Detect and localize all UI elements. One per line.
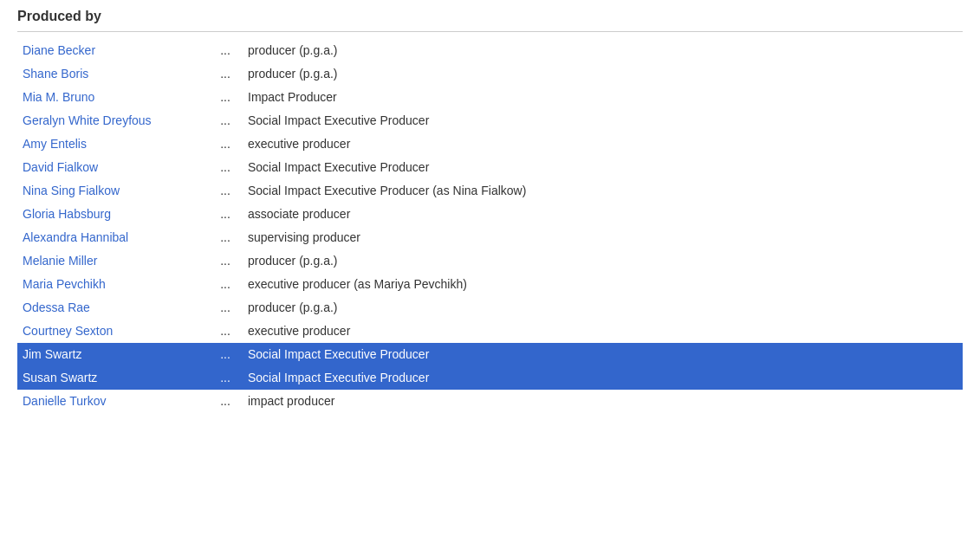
dots-cell: ...	[208, 39, 243, 62]
name-cell: Nina Sing Fialkow	[17, 179, 208, 203]
table-row: Courtney Sexton...executive producer	[17, 320, 963, 343]
table-row: Odessa Rae...producer (p.g.a.)	[17, 296, 963, 320]
dots-cell: ...	[208, 132, 243, 156]
table-row: Melanie Miller...producer (p.g.a.)	[17, 249, 963, 273]
name-cell: Susan Swartz	[17, 366, 208, 390]
name-cell: Melanie Miller	[17, 249, 208, 273]
role-cell: producer (p.g.a.)	[243, 296, 963, 320]
name-cell: Courtney Sexton	[17, 320, 208, 343]
dots-cell: ...	[208, 343, 243, 366]
table-row: Geralyn White Dreyfous...Social Impact E…	[17, 109, 963, 132]
table-row: Amy Entelis...executive producer	[17, 132, 963, 156]
name-cell: Jim Swartz	[17, 343, 208, 366]
name-link[interactable]: Odessa Rae	[23, 300, 90, 314]
section-title: Produced by	[17, 9, 963, 32]
table-row: Diane Becker...producer (p.g.a.)	[17, 39, 963, 62]
name-cell: Diane Becker	[17, 39, 208, 62]
name-link[interactable]: Nina Sing Fialkow	[23, 184, 120, 197]
name-link[interactable]: Melanie Miller	[23, 254, 97, 268]
role-cell: Social Impact Executive Producer	[243, 156, 963, 179]
name-link[interactable]: David Fialkow	[23, 160, 98, 174]
name-link[interactable]: Maria Pevchikh	[23, 277, 106, 291]
role-cell: Social Impact Executive Producer	[243, 109, 963, 132]
dots-cell: ...	[208, 226, 243, 249]
section-container: Produced by Diane Becker...producer (p.g…	[17, 9, 963, 413]
role-cell: Social Impact Executive Producer	[243, 366, 963, 390]
table-row: Shane Boris...producer (p.g.a.)	[17, 62, 963, 86]
table-row: Mia M. Bruno...Impact Producer	[17, 86, 963, 109]
role-cell: executive producer	[243, 320, 963, 343]
name-cell: Amy Entelis	[17, 132, 208, 156]
name-link[interactable]: Diane Becker	[23, 43, 95, 57]
table-row: Nina Sing Fialkow...Social Impact Execut…	[17, 179, 963, 203]
table-row: Susan Swartz...Social Impact Executive P…	[17, 366, 963, 390]
table-row: David Fialkow...Social Impact Executive …	[17, 156, 963, 179]
name-cell: Maria Pevchikh	[17, 273, 208, 296]
dots-cell: ...	[208, 273, 243, 296]
role-cell: Impact Producer	[243, 86, 963, 109]
role-cell: associate producer	[243, 203, 963, 226]
dots-cell: ...	[208, 179, 243, 203]
role-cell: producer (p.g.a.)	[243, 39, 963, 62]
dots-cell: ...	[208, 390, 243, 413]
dots-cell: ...	[208, 203, 243, 226]
name-link[interactable]: Geralyn White Dreyfous	[23, 113, 152, 127]
name-link[interactable]: Danielle Turkov	[23, 394, 107, 408]
role-cell: supervising producer	[243, 226, 963, 249]
name-cell: Mia M. Bruno	[17, 86, 208, 109]
role-cell: executive producer	[243, 132, 963, 156]
table-row: Maria Pevchikh...executive producer (as …	[17, 273, 963, 296]
name-link[interactable]: Susan Swartz	[23, 371, 97, 384]
dots-cell: ...	[208, 366, 243, 390]
role-cell: impact producer	[243, 390, 963, 413]
name-cell: Alexandra Hannibal	[17, 226, 208, 249]
dots-cell: ...	[208, 86, 243, 109]
name-link[interactable]: Mia M. Bruno	[23, 90, 94, 104]
name-cell: Danielle Turkov	[17, 390, 208, 413]
role-cell: Social Impact Executive Producer	[243, 343, 963, 366]
name-link[interactable]: Courtney Sexton	[23, 324, 113, 338]
dots-cell: ...	[208, 156, 243, 179]
dots-cell: ...	[208, 249, 243, 273]
name-link[interactable]: Shane Boris	[23, 67, 88, 81]
table-row: Danielle Turkov...impact producer	[17, 390, 963, 413]
dots-cell: ...	[208, 320, 243, 343]
role-cell: executive producer (as Mariya Pevchikh)	[243, 273, 963, 296]
name-link[interactable]: Alexandra Hannibal	[23, 230, 128, 244]
name-link[interactable]: Jim Swartz	[23, 347, 81, 361]
name-cell: Shane Boris	[17, 62, 208, 86]
dots-cell: ...	[208, 62, 243, 86]
credits-table: Diane Becker...producer (p.g.a.)Shane Bo…	[17, 39, 963, 413]
role-cell: Social Impact Executive Producer (as Nin…	[243, 179, 963, 203]
role-cell: producer (p.g.a.)	[243, 62, 963, 86]
table-row: Alexandra Hannibal...supervising produce…	[17, 226, 963, 249]
name-link[interactable]: Gloria Habsburg	[23, 207, 111, 221]
table-row: Jim Swartz...Social Impact Executive Pro…	[17, 343, 963, 366]
name-link[interactable]: Amy Entelis	[23, 137, 87, 151]
role-cell: producer (p.g.a.)	[243, 249, 963, 273]
name-cell: David Fialkow	[17, 156, 208, 179]
name-cell: Odessa Rae	[17, 296, 208, 320]
name-cell: Geralyn White Dreyfous	[17, 109, 208, 132]
dots-cell: ...	[208, 296, 243, 320]
name-cell: Gloria Habsburg	[17, 203, 208, 226]
dots-cell: ...	[208, 109, 243, 132]
table-row: Gloria Habsburg...associate producer	[17, 203, 963, 226]
